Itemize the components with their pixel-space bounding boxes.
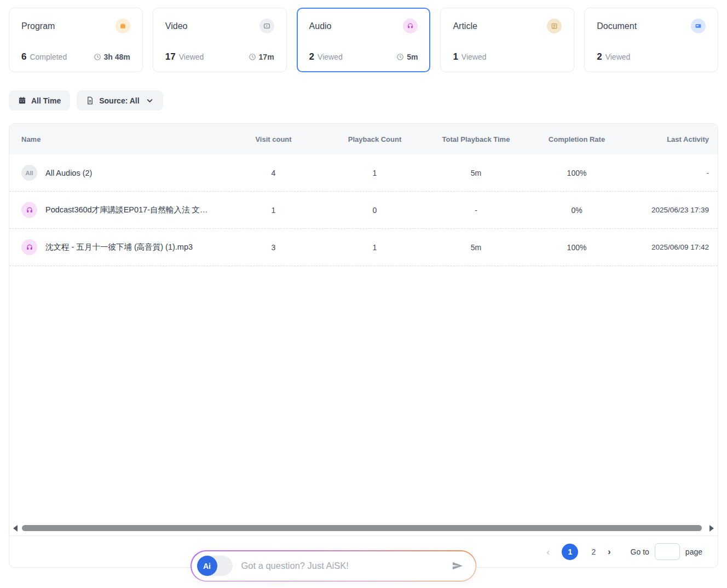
- usage-table: Name Visit count Playback Count Total Pl…: [9, 123, 718, 568]
- headphones-icon: [21, 239, 37, 255]
- row-name: All Audios (2): [45, 169, 92, 177]
- pagination-page-2-button[interactable]: 2: [585, 547, 602, 556]
- table-row[interactable]: 沈文程 - 五月十一彼下埔 (高音質) (1).mp3 3 1 5m 100% …: [9, 229, 718, 266]
- total-playback-time-cell: -: [425, 206, 527, 215]
- pagination-page-1-button[interactable]: 1: [562, 544, 578, 560]
- card-program[interactable]: Program 6Completed 3h 48m: [9, 8, 143, 72]
- completion-rate-cell: 100%: [527, 169, 627, 177]
- scroll-left-arrow-icon[interactable]: [13, 525, 18, 532]
- table-empty-area: [9, 266, 718, 521]
- clock-icon: [396, 53, 404, 61]
- calendar-icon: [18, 96, 26, 105]
- video-icon: [259, 19, 274, 33]
- last-activity-cell: 2025/06/09 17:42: [627, 243, 718, 251]
- scroll-right-arrow-icon[interactable]: [709, 525, 714, 532]
- completion-rate-cell: 0%: [527, 206, 627, 215]
- card-time: 5m: [396, 53, 418, 61]
- send-button[interactable]: [451, 560, 464, 572]
- usage-dashboard: Program 6Completed 3h 48m Video: [0, 0, 727, 588]
- clock-icon: [94, 53, 101, 61]
- visit-count-cell: 3: [223, 243, 324, 252]
- card-title: Article: [453, 21, 477, 31]
- card-stat: 2Viewed: [309, 51, 343, 62]
- card-document[interactable]: Document 2Viewed: [584, 8, 718, 72]
- card-title: Audio: [309, 21, 332, 31]
- card-title: Program: [21, 21, 55, 31]
- headphones-icon: [403, 19, 418, 33]
- row-name: 沈文程 - 五月十一彼下埔 (高音質) (1).mp3: [45, 242, 193, 252]
- send-icon: [451, 560, 464, 572]
- total-playback-time-cell: 5m: [425, 169, 527, 177]
- goto-label: Go to: [631, 547, 649, 556]
- aisk-bar: Ai: [191, 550, 476, 581]
- card-stat: 6Completed: [21, 51, 67, 62]
- row-name: Podcast360d才庫講談EP017-自然輸入法 文…: [45, 205, 208, 215]
- scrollbar-thumb[interactable]: [22, 525, 702, 531]
- completion-rate-cell: 100%: [527, 243, 627, 252]
- column-header-name: Name: [9, 135, 223, 143]
- card-article[interactable]: Article 1Viewed: [440, 8, 574, 72]
- article-icon: [547, 19, 562, 33]
- card-title: Document: [597, 21, 637, 31]
- ai-toggle[interactable]: Ai: [197, 556, 233, 576]
- horizontal-scrollbar: [9, 521, 718, 535]
- card-time: 3h 48m: [94, 53, 130, 61]
- table-row[interactable]: All All Audios (2) 4 1 5m 100% -: [9, 154, 718, 192]
- scrollbar-track[interactable]: [20, 525, 707, 531]
- total-playback-time-cell: 5m: [425, 243, 527, 252]
- time-filter-button[interactable]: All Time: [9, 90, 70, 111]
- aisk-question-input[interactable]: [241, 561, 442, 571]
- program-icon: [116, 19, 130, 33]
- card-stat: 17Viewed: [165, 51, 204, 62]
- column-header-total-playback-time: Total Playback Time: [425, 135, 527, 143]
- goto-page-input[interactable]: [655, 543, 680, 560]
- category-cards: Program 6Completed 3h 48m Video: [9, 8, 718, 72]
- last-activity-cell: -: [627, 169, 718, 177]
- playback-count-cell: 1: [324, 169, 425, 177]
- chevron-down-icon: [146, 96, 154, 105]
- playback-count-cell: 1: [324, 243, 425, 252]
- card-audio[interactable]: Audio 2Viewed 5m: [297, 8, 431, 72]
- pagination-next-button[interactable]: ›: [602, 547, 616, 557]
- pagination-prev-button[interactable]: ‹: [543, 546, 553, 558]
- headphones-icon: [21, 202, 37, 218]
- last-activity-cell: 2025/06/23 17:39: [627, 206, 718, 214]
- table-header: Name Visit count Playback Count Total Pl…: [9, 124, 718, 154]
- table-row[interactable]: Podcast360d才庫講談EP017-自然輸入法 文… 1 0 - 0% 2…: [9, 192, 718, 229]
- clock-icon: [249, 53, 256, 61]
- filter-bar: All Time Source: All: [9, 90, 163, 111]
- column-header-last-activity: Last Activity: [627, 135, 718, 143]
- column-header-visit-count: Visit count: [223, 135, 324, 143]
- source-filter-button[interactable]: Source: All: [77, 90, 163, 111]
- playback-count-cell: 0: [324, 206, 425, 215]
- visit-count-cell: 1: [223, 206, 324, 215]
- file-icon: [86, 96, 94, 105]
- card-stat: 2Viewed: [597, 51, 630, 62]
- column-header-completion-rate: Completion Rate: [527, 135, 627, 143]
- ai-badge: Ai: [197, 556, 217, 576]
- card-stat: 1Viewed: [453, 51, 486, 62]
- document-icon: [691, 19, 706, 33]
- card-video[interactable]: Video 17Viewed 17m: [153, 8, 287, 72]
- all-badge: All: [21, 165, 37, 181]
- column-header-playback-count: Playback Count: [324, 135, 425, 143]
- visit-count-cell: 4: [223, 169, 324, 177]
- card-title: Video: [165, 21, 188, 31]
- page-label: page: [685, 547, 702, 556]
- card-time: 17m: [249, 53, 274, 61]
